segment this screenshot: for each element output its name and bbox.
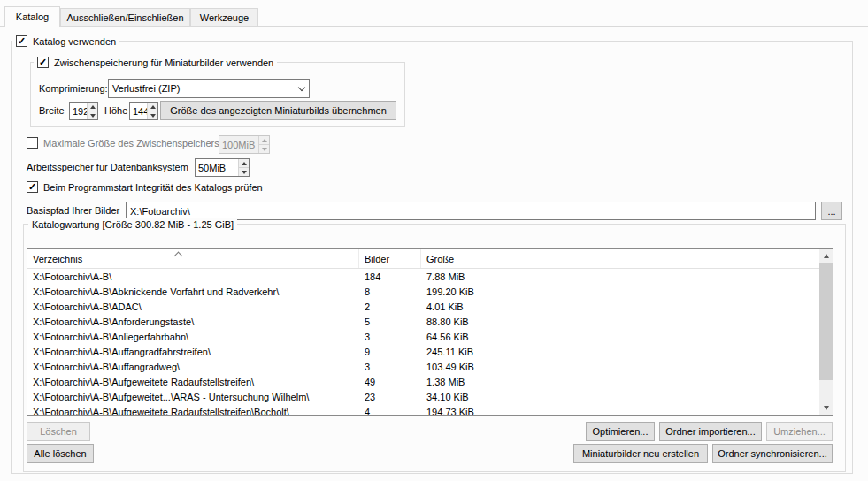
cell-bilder: 49 [359,377,421,387]
table-row[interactable]: X:\Fotoarchiv\A-B\Aufgeweitet...\ARAS - … [27,389,819,404]
table-row[interactable]: X:\Fotoarchiv\A-B\Abknickende Vorfahrt u… [27,284,819,299]
umziehen-button: Umziehen... [766,422,833,441]
cell-bilder: 9 [359,347,421,357]
spinner-down-button[interactable] [238,167,249,176]
cell-bilder: 5 [359,317,421,327]
breite-value[interactable]: 192 [70,103,87,119]
tab-ausschliessen-einschliessen[interactable]: Ausschließen/Einschließen [60,8,190,27]
spinner-down-button[interactable] [147,111,157,119]
table-row[interactable]: X:\Fotoarchiv\A-B\Aufgeweitete Radaufste… [27,404,819,415]
down-arrow-icon [262,148,267,151]
arbeitsspeicher-value[interactable]: 50MiB [196,159,238,176]
optimieren-button[interactable]: Optimieren... [586,422,655,441]
tab-pane-border [0,26,868,27]
integritaet-checkbox[interactable]: ✓ [27,181,38,193]
up-arrow-icon [262,139,267,142]
cell-groesse: 34.10 KiB [421,392,687,402]
chevron-down-icon [297,83,304,90]
max-groesse-row: Maximale Größe des Zwischenspeichers [27,137,219,149]
miniaturbilder-neu-erstellen-button[interactable]: Miniaturbilder neu erstellen [573,444,708,463]
breite-label: Breite [39,105,65,116]
tab-katalog[interactable]: Katalog [4,6,60,27]
loeschen-button: Löschen [27,422,90,441]
spinner-up-button[interactable] [147,103,157,111]
max-groesse-spinner: 100MiB [219,135,270,154]
cell-bilder: 3 [359,362,421,372]
scroll-up-button[interactable] [819,249,833,263]
up-arrow-icon [150,105,156,109]
katalogwartung-label: Katalogwartung [Größe 300.82 MiB - 1.25 … [32,219,234,230]
column-header-groesse[interactable]: Größe [421,249,819,268]
ordner-importieren-button[interactable]: Ordner importieren... [659,422,762,441]
cell-bilder: 2 [359,302,421,312]
arbeitsspeicher-spinner[interactable]: 50MiB [195,158,250,177]
tab-label: Werkzeuge [200,12,249,23]
cell-groesse: 64.56 KiB [421,332,687,342]
komprimierung-select[interactable]: Verlustfrei (ZIP) [108,79,310,98]
max-groesse-checkbox[interactable] [27,137,38,149]
max-groesse-value: 100MiB [219,136,258,153]
katalog-verwenden-checkbox[interactable]: ✓ [16,35,27,47]
cell-groesse: 199.20 KiB [421,286,687,297]
cell-groesse: 88.80 KiB [421,317,687,327]
integritaet-label[interactable]: Beim Programmstart Integrität des Katalo… [43,182,263,193]
cell-groesse: 7.88 MiB [421,271,687,282]
arbeitsspeicher-label: Arbeitsspeicher für Datenbanksystem [27,162,188,172]
cell-verzeichnis: X:\Fotoarchiv\A-B\Aufgeweitet...\ARAS - … [27,392,359,402]
katalog-verwenden-label[interactable]: Katalog verwenden [33,36,116,47]
scroll-down-icon [824,406,829,410]
alle-loeschen-button[interactable]: Alle löschen [27,444,94,463]
groesse-uebernehmen-button[interactable]: Größe des angezeigten Miniaturbilds über… [160,101,396,120]
cell-verzeichnis: X:\Fotoarchiv\A-B\Aufgeweitete Radaufste… [27,377,359,387]
zwischenspeicherung-label[interactable]: Zwischenspeicherung für Miniaturbilder v… [54,57,273,68]
table-row[interactable]: X:\Fotoarchiv\A-B\ 184 7.88 MiB [27,269,819,284]
table-scrollbar [819,249,833,415]
hoehe-value[interactable]: 144 [130,103,147,119]
integritaet-row: ✓ Beim Programmstart Integrität des Kata… [27,181,263,193]
column-label: Bilder [365,254,389,264]
tab-label: Ausschließen/Einschließen [66,12,183,23]
zwischenspeicherung-legend: ✓ Zwischenspeicherung für Miniaturbilder… [34,56,277,69]
table-row[interactable]: X:\Fotoarchiv\A-B\Anforderungstaste\ 5 8… [27,314,819,329]
up-arrow-icon [242,162,247,165]
katalogwartung-legend: Katalogwartung [Größe 300.82 MiB - 1.25 … [28,218,237,231]
sort-ascending-icon [174,250,183,257]
cell-verzeichnis: X:\Fotoarchiv\A-B\Auffangradfahrstreifen… [27,347,359,357]
katalog-settings-panel: Katalog Ausschließen/Einschließen Werkze… [0,0,868,481]
hoehe-spinner[interactable]: 144 [129,102,158,120]
table-row[interactable]: X:\Fotoarchiv\A-B\Aufgeweitete Radaufste… [27,374,819,389]
column-header-bilder[interactable]: Bilder [359,249,421,268]
table-body: X:\Fotoarchiv\A-B\ 184 7.88 MiB X:\Fotoa… [27,269,819,415]
combo-dropdown-button[interactable] [294,80,309,97]
down-arrow-icon [90,114,96,118]
column-header-verzeichnis[interactable]: Verzeichnis [27,249,359,268]
cell-verzeichnis: X:\Fotoarchiv\A-B\ [27,271,359,282]
basispfad-browse-button[interactable]: ... [821,202,842,220]
table-row[interactable]: X:\Fotoarchiv\A-B\Auffangradfahrstreifen… [27,344,819,359]
basispfad-label: Basispfad Ihrer Bilder [27,205,119,216]
cell-bilder: 3 [359,332,421,342]
cell-verzeichnis: X:\Fotoarchiv\A-B\Aufgeweitete Radaufste… [27,407,359,416]
cell-verzeichnis: X:\Fotoarchiv\A-B\ADAC\ [27,302,359,312]
scroll-down-button[interactable] [819,401,833,415]
table-row[interactable]: X:\Fotoarchiv\A-B\Auffangradweg\ 3 103.4… [27,359,819,374]
breite-spinner[interactable]: 192 [69,102,98,120]
table-row[interactable]: X:\Fotoarchiv\A-B\ADAC\ 2 4.01 KiB [27,299,819,314]
cell-groesse: 245.11 KiB [421,347,687,357]
max-groesse-label[interactable]: Maximale Größe des Zwischenspeichers [43,138,219,149]
table-row[interactable]: X:\Fotoarchiv\A-B\Anliegerfahrbahn\ 3 64… [27,329,819,344]
spinner-up-button[interactable] [87,103,97,111]
spinner-up-button[interactable] [238,159,249,167]
komprimierung-value: Verlustfrei (ZIP) [109,80,294,97]
column-label: Verzeichnis [33,254,82,264]
spinner-down-button[interactable] [87,111,97,119]
zwischenspeicherung-checkbox[interactable]: ✓ [37,57,49,68]
tab-werkzeuge[interactable]: Werkzeuge [190,8,258,27]
scrollbar-thumb[interactable] [819,263,833,380]
cell-bilder: 8 [359,286,421,297]
ordner-synchronisieren-button[interactable]: Ordner synchronisieren... [712,444,833,463]
cell-verzeichnis: X:\Fotoarchiv\A-B\Abknickende Vorfahrt u… [27,286,359,297]
cell-groesse: 194.73 KiB [421,407,687,416]
verzeichnis-table: Verzeichnis Bilder Größe X:\Fotoarchiv\A… [27,248,833,416]
up-arrow-icon [90,105,96,109]
